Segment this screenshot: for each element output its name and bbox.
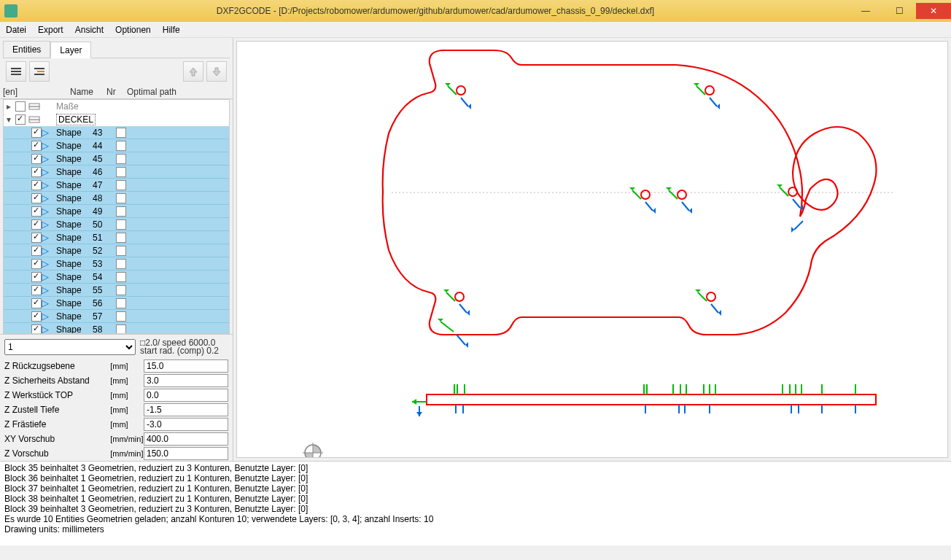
menu-options[interactable]: Optionen [115,25,151,35]
move-up-button[interactable] [183,61,203,82]
enable-check[interactable] [31,154,42,164]
svg-marker-24 [467,310,470,316]
optimal-check[interactable] [116,298,126,308]
shape-nr: 45 [93,154,113,164]
menu-export[interactable]: Export [38,25,63,35]
svg-marker-18 [445,83,451,86]
tab-layer[interactable]: Layer [50,42,91,58]
svg-line-43 [793,199,800,208]
menu-help[interactable]: Hilfe [163,25,180,35]
log-panel[interactable]: Block 35 beinhaltet 3 Geometrien, reduzi… [0,461,951,545]
enable-check[interactable] [31,259,42,269]
svg-point-16 [788,187,797,196]
menu-file[interactable]: Datei [6,25,26,35]
optimal-check[interactable] [116,324,126,335]
shape-row[interactable]: ▷ Shape 43 [4,126,229,139]
optimal-check[interactable] [116,259,126,269]
optimal-check[interactable] [116,128,126,138]
enable-check[interactable] [31,180,42,190]
shape-row[interactable]: ▷ Shape 48 [4,192,229,205]
shape-row[interactable]: ▷ Shape 56 [4,297,229,310]
shape-row[interactable]: ▷ Shape 52 [4,244,229,257]
shape-row[interactable]: ▷ Shape 55 [4,284,229,297]
enable-check[interactable] [31,324,42,335]
shape-row[interactable]: ▷ Shape 57 [4,310,229,323]
enable-check[interactable] [31,193,42,203]
window-title: DXF2GCODE - [D:/Projects/robomower/ardum… [22,6,849,16]
optimal-check[interactable] [116,219,126,230]
svg-line-41 [780,187,788,196]
expand-all-button[interactable] [29,61,50,82]
shape-row[interactable]: ▷ Shape 50 [4,218,229,231]
param-input[interactable] [144,359,228,373]
param-input[interactable] [144,432,228,446]
shape-row[interactable]: ▷ Shape 46 [4,166,229,179]
svg-line-33 [696,86,705,95]
enable-check[interactable] [31,128,42,138]
shape-icon: ▷ [42,298,53,308]
enable-check[interactable] [15,101,26,112]
indent-icon [33,66,46,77]
param-label: Z Sicherheits Abstand [4,376,110,386]
optimal-check[interactable] [116,167,126,177]
shape-row[interactable]: ▷ Shape 51 [4,231,229,244]
expand-icon[interactable]: ▸ [7,101,15,112]
optimal-check[interactable] [116,272,126,282]
enable-check[interactable] [31,167,42,177]
optimal-check[interactable] [116,141,126,151]
svg-marker-48 [465,342,468,348]
enable-check[interactable] [31,298,42,308]
svg-marker-26 [629,187,635,190]
optimal-check[interactable] [116,233,126,243]
enable-check[interactable] [31,246,42,256]
optimal-check[interactable] [116,193,126,203]
maximize-button[interactable]: ☐ [882,3,916,19]
shape-row[interactable]: ▷ Shape 53 [4,257,229,271]
svg-line-39 [711,304,718,313]
enable-check[interactable] [31,311,42,322]
param-label: Z Zustell Tiefe [4,405,110,415]
shape-nr: 56 [93,298,113,308]
param-input[interactable] [144,447,228,460]
collapse-all-button[interactable] [6,61,26,82]
enable-check[interactable] [31,272,42,282]
optimal-check[interactable] [116,246,126,256]
shape-row[interactable]: ▷ Shape 44 [4,139,229,152]
move-down-button[interactable] [206,61,227,82]
shape-row[interactable]: ▷ Shape 54 [4,271,229,284]
shape-row[interactable]: ▷ Shape 45 [4,152,229,166]
param-input[interactable] [144,389,228,402]
param-input[interactable] [144,418,228,431]
shape-name: Shape [56,193,93,203]
close-button[interactable]: ✕ [916,3,951,19]
menu-view[interactable]: Ansicht [75,25,104,35]
param-input[interactable] [144,374,228,387]
optimal-check[interactable] [116,206,126,217]
minimize-button[interactable]: — [849,3,882,19]
shape-row[interactable]: ▷ Shape 47 [4,179,229,192]
enable-check[interactable] [31,141,42,151]
shape-name: Shape [56,285,93,295]
enable-check[interactable] [31,206,42,217]
optimal-check[interactable] [116,154,126,164]
drawing-canvas[interactable] [236,41,948,458]
shape-icon: ▷ [42,258,53,269]
layer-tree[interactable]: ▸ Maße▾ DECKEL ▷ Shape 43 ▷ Shape 44 ▷ S… [3,99,230,334]
optimal-check[interactable] [116,285,126,295]
shape-nr: 51 [93,233,113,243]
shape-name: Shape [56,206,93,217]
optimal-check[interactable] [116,311,126,322]
left-panel: Entities Layer [en] Name Nr Optimal path [0,38,233,461]
tab-entities[interactable]: Entities [3,41,50,58]
collapse-icon[interactable]: ▾ [7,114,15,125]
tool-combo[interactable]: 1 [4,339,136,355]
shape-row[interactable]: ▷ Shape 49 [4,205,229,218]
arrow-down-icon [211,66,222,77]
shape-row[interactable]: ▷ Shape 58 [4,323,229,334]
enable-check[interactable] [15,114,26,125]
param-input[interactable] [144,403,228,416]
optimal-check[interactable] [116,180,126,190]
enable-check[interactable] [31,233,42,243]
enable-check[interactable] [31,219,42,230]
enable-check[interactable] [31,285,42,295]
